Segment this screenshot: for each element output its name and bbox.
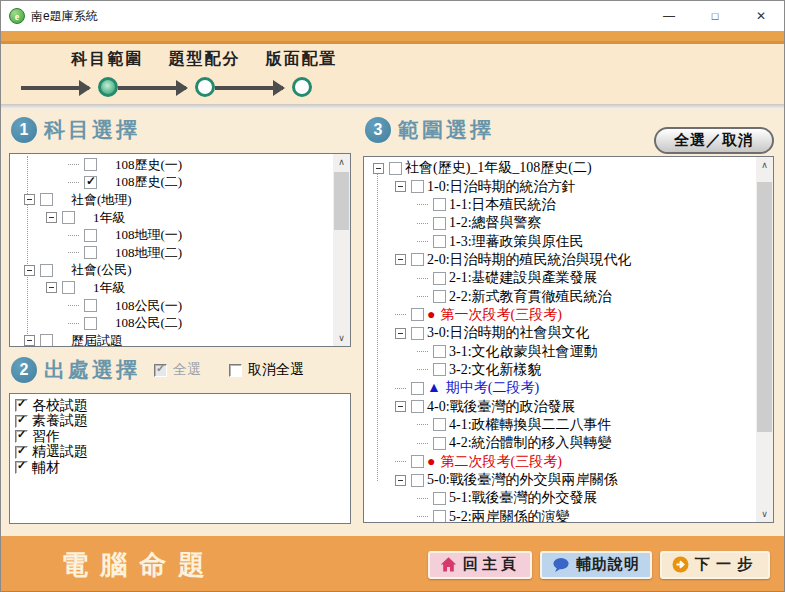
list-item[interactable]: 素養試題 xyxy=(11,414,349,430)
list-item[interactable]: 精選試題 xyxy=(11,445,349,461)
source-item-checkbox[interactable] xyxy=(15,399,28,412)
tree-row[interactable]: 社會(公民) xyxy=(11,262,332,280)
toggle-select-all-button[interactable]: 全選／取消 xyxy=(654,127,774,154)
tree-row[interactable]: 108公民(二) xyxy=(11,314,332,332)
deselect-all-checkbox[interactable] xyxy=(229,364,242,377)
tree-expand-toggle[interactable] xyxy=(417,498,428,499)
tree-expand-toggle[interactable] xyxy=(395,314,406,315)
wizard-step[interactable]: 版面配置 xyxy=(253,49,350,97)
tree-expand-toggle[interactable] xyxy=(417,351,428,352)
tree-expand-toggle[interactable] xyxy=(68,182,79,183)
tree-row[interactable]: 4-0:戰後臺灣的政治發展 xyxy=(365,397,755,415)
tree-expand-toggle[interactable] xyxy=(395,401,406,412)
tree-row[interactable]: 4-1:政權轉換與二二八事件 xyxy=(365,416,755,434)
source-item-checkbox[interactable] xyxy=(15,430,28,443)
source-item-checkbox[interactable] xyxy=(15,415,28,428)
tree-checkbox[interactable] xyxy=(84,176,97,189)
tree-row[interactable]: 108地理(二) xyxy=(11,244,332,262)
tree-expand-toggle[interactable] xyxy=(417,369,428,370)
list-item[interactable]: 各校試題 xyxy=(11,398,349,414)
tree-expand-toggle[interactable] xyxy=(417,278,428,279)
tree-expand-toggle[interactable] xyxy=(46,212,57,223)
tree-expand-toggle[interactable] xyxy=(417,424,428,425)
tree-row[interactable]: 1-2:總督與警察 xyxy=(365,214,755,232)
tree-row[interactable]: 108公民(一) xyxy=(11,297,332,315)
tree-expand-toggle[interactable] xyxy=(68,305,79,306)
tree-checkbox[interactable] xyxy=(40,193,53,206)
tree-row[interactable]: 5-2:兩岸關係的演變 xyxy=(365,508,755,522)
tree-checkbox[interactable] xyxy=(411,400,424,413)
tree-row[interactable]: 3-1:文化啟蒙與社會運動 xyxy=(365,342,755,360)
tree-checkbox[interactable] xyxy=(411,382,424,395)
tree-checkbox[interactable] xyxy=(411,474,424,487)
scrollbar-thumb[interactable] xyxy=(757,182,772,432)
tree-expand-toggle[interactable] xyxy=(417,204,428,205)
tree-checkbox[interactable] xyxy=(40,264,53,277)
tree-checkbox[interactable] xyxy=(411,327,424,340)
tree-expand-toggle[interactable] xyxy=(24,335,35,346)
tree-expand-toggle[interactable] xyxy=(68,164,79,165)
scroll-up-icon[interactable]: ∧ xyxy=(756,157,773,173)
tree-checkbox[interactable] xyxy=(84,158,97,171)
tree-checkbox[interactable] xyxy=(433,492,446,505)
tree-expand-toggle[interactable] xyxy=(68,323,79,324)
tree-checkbox[interactable] xyxy=(411,180,424,193)
tree-checkbox[interactable] xyxy=(433,363,446,376)
minimize-button[interactable]: — xyxy=(646,1,692,31)
tree-checkbox[interactable] xyxy=(411,253,424,266)
tree-row[interactable]: 社會(地理) xyxy=(11,191,332,209)
tree-row[interactable]: 1年級 xyxy=(11,209,332,227)
tree-expand-toggle[interactable] xyxy=(417,223,428,224)
tree-checkbox[interactable] xyxy=(433,272,446,285)
tree-row[interactable]: 108歷史(一) xyxy=(11,156,332,174)
tree-expand-toggle[interactable] xyxy=(395,328,406,339)
tree-expand-toggle[interactable] xyxy=(417,296,428,297)
tree-checkbox[interactable] xyxy=(433,198,446,211)
tree-row[interactable]: ▲ 期中考(二段考) xyxy=(365,379,755,397)
tree-checkbox[interactable] xyxy=(433,217,446,230)
tree-row[interactable]: 社會(歷史)_1年級_108歷史(二) xyxy=(365,159,755,177)
tree-checkbox[interactable] xyxy=(84,246,97,259)
tree-checkbox[interactable] xyxy=(433,290,446,303)
scroll-down-icon[interactable]: ∨ xyxy=(333,330,350,346)
maximize-button[interactable]: □ xyxy=(692,1,738,31)
tree-checkbox[interactable] xyxy=(84,229,97,242)
scrollbar-thumb[interactable] xyxy=(334,172,349,230)
tree-expand-toggle[interactable] xyxy=(417,443,428,444)
tree-row[interactable]: 5-0:戰後臺灣的外交與兩岸關係 xyxy=(365,471,755,489)
tree-expand-toggle[interactable] xyxy=(417,241,428,242)
tree-expand-toggle[interactable] xyxy=(68,235,79,236)
tree-row[interactable]: 4-2:統治體制的移入與轉變 xyxy=(365,434,755,452)
tree-row[interactable]: 2-0:日治時期的殖民統治與現代化 xyxy=(365,251,755,269)
source-item-checkbox[interactable] xyxy=(15,461,28,474)
tree-row[interactable]: 歷屆試題 xyxy=(11,332,332,346)
tree-row[interactable]: 108歷史(二) xyxy=(11,174,332,192)
tree-row[interactable]: 108地理(一) xyxy=(11,226,332,244)
tree-row[interactable]: ● 第二次段考(三段考) xyxy=(365,453,755,471)
tree-expand-toggle[interactable] xyxy=(46,282,57,293)
tree-expand-toggle[interactable] xyxy=(395,181,406,192)
tree-checkbox[interactable] xyxy=(433,345,446,358)
tree-row[interactable]: 5-1:戰後臺灣的外交發展 xyxy=(365,489,755,507)
scroll-down-icon[interactable]: ∨ xyxy=(756,506,773,522)
tree-checkbox[interactable] xyxy=(411,308,424,321)
tree-row[interactable]: 3-2:文化新樣貌 xyxy=(365,361,755,379)
tree-row[interactable]: 1-3:理蕃政策與原住民 xyxy=(365,232,755,250)
tree-checkbox[interactable] xyxy=(433,418,446,431)
help-button[interactable]: 輔助說明 xyxy=(540,551,652,579)
home-button[interactable]: 回主頁 xyxy=(428,551,532,579)
tree-row[interactable]: 1-0:日治時期的統治方針 xyxy=(365,177,755,195)
source-item-checkbox[interactable] xyxy=(15,446,28,459)
tree-checkbox[interactable] xyxy=(40,334,53,346)
tree-expand-toggle[interactable] xyxy=(373,163,384,174)
tree-row[interactable]: 3-0:日治時期的社會與文化 xyxy=(365,324,755,342)
tree-checkbox[interactable] xyxy=(389,162,402,175)
tree-expand-toggle[interactable] xyxy=(24,265,35,276)
tree-checkbox[interactable] xyxy=(433,437,446,450)
tree-row[interactable]: ● 第一次段考(三段考) xyxy=(365,306,755,324)
scroll-up-icon[interactable]: ∧ xyxy=(333,154,350,170)
tree-expand-toggle[interactable] xyxy=(24,194,35,205)
tree-expand-toggle[interactable] xyxy=(395,475,406,486)
range-tree-scrollbar[interactable]: ∧ ∨ xyxy=(756,157,773,522)
tree-expand-toggle[interactable] xyxy=(68,252,79,253)
